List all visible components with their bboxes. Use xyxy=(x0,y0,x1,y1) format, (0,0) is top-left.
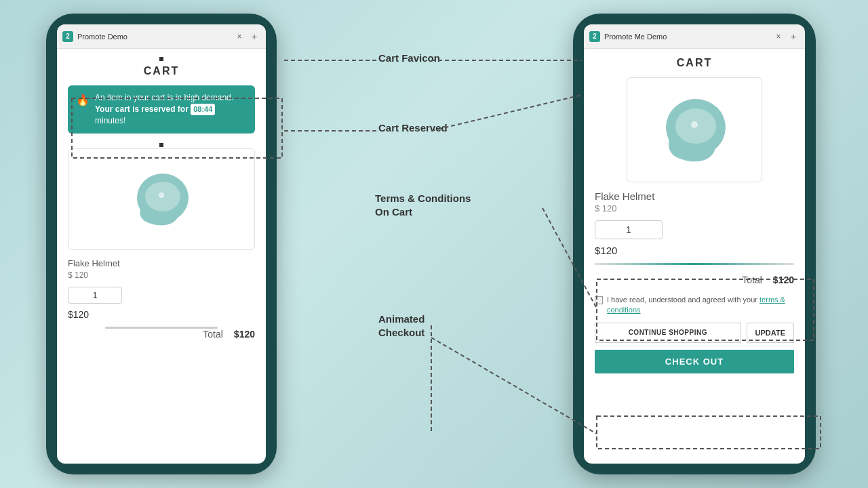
left-product-name: Flake Helmet xyxy=(68,258,255,268)
left-pin-top xyxy=(159,57,163,61)
left-pin-middle xyxy=(159,143,163,147)
cart-buttons-row: CONTINUE SHOPPING UPDATE xyxy=(595,323,794,343)
cart-favicon-label: Cart Favicon xyxy=(378,52,440,65)
left-cart-content: CART 🔥 An item in your cart is in high d… xyxy=(57,49,266,350)
cart-reserved-label: Cart Reserved xyxy=(378,121,448,135)
left-total-amount: $120 xyxy=(234,329,255,340)
right-quantity-input[interactable] xyxy=(595,220,663,239)
terms-row: I have read, understood and agreed with … xyxy=(595,295,794,316)
left-phone-screen: 2 Promote Demo × + CART 🔥 An item in you… xyxy=(57,24,266,464)
right-product-image xyxy=(627,77,762,182)
cart-notification-banner: 🔥 An item in your cart is in high demand… xyxy=(68,85,255,134)
svg-line-10 xyxy=(431,95,582,131)
checkout-button[interactable]: CHECK OUT xyxy=(595,350,794,373)
left-product-subtotal: $120 xyxy=(68,309,255,320)
left-tab-title: Promote Demo xyxy=(77,33,127,41)
left-helmet-svg xyxy=(121,165,202,233)
left-close-button[interactable]: × xyxy=(235,32,244,41)
right-phone-frame: 2 Promote Me Demo × + CART xyxy=(573,14,816,474)
right-total-row: Total $120 xyxy=(595,270,794,289)
notification-bold-text: Your cart is reserved for xyxy=(95,104,189,114)
fire-icon: 🔥 xyxy=(76,93,90,108)
terms-text: I have read, understood and agreed with … xyxy=(607,295,794,316)
left-favicon: 2 xyxy=(62,31,73,42)
right-product-subtotal: $120 xyxy=(595,245,794,256)
right-product-name: Flake Helmet xyxy=(595,190,794,202)
terms-conditions-label: Terms & Conditions On Cart xyxy=(375,192,471,218)
right-helmet-svg xyxy=(647,91,742,169)
notification-text: An item in your cart is in high demand. … xyxy=(95,92,247,127)
left-quantity-input[interactable] xyxy=(68,287,122,304)
svg-point-2 xyxy=(159,192,164,198)
timer-badge: 08:44 xyxy=(191,104,215,115)
right-new-tab-button[interactable]: + xyxy=(787,30,800,43)
svg-point-5 xyxy=(691,121,698,128)
right-cart-title: CART xyxy=(595,54,794,69)
right-browser-tab: Promote Me Demo xyxy=(604,33,770,41)
svg-line-14 xyxy=(431,338,597,434)
left-cart-title: CART xyxy=(68,62,255,77)
left-total-label: Total xyxy=(203,329,223,340)
right-close-button[interactable]: × xyxy=(774,32,783,41)
continue-shopping-button[interactable]: CONTINUE SHOPPING xyxy=(595,323,741,343)
left-browser-tab: Promote Demo xyxy=(77,33,231,41)
right-phone-screen: 2 Promote Me Demo × + CART xyxy=(584,24,805,464)
right-cart-content: CART Flake Helmet $ 120 $120 xyxy=(584,49,805,379)
left-product-image xyxy=(68,148,255,250)
right-total-amount: $120 xyxy=(773,274,794,285)
right-tab-title: Promote Me Demo xyxy=(604,33,667,41)
notification-suffix: minutes! xyxy=(95,116,125,125)
update-button[interactable]: UPDATE xyxy=(747,323,794,343)
notification-main-text: An item in your cart is in high demand. xyxy=(95,93,233,102)
right-total-label: Total xyxy=(742,274,762,285)
right-favicon: 2 xyxy=(589,31,600,42)
left-product-price: $ 120 xyxy=(68,270,255,280)
right-browser-bar: 2 Promote Me Demo × + xyxy=(584,24,805,49)
right-divider xyxy=(595,263,794,265)
left-browser-bar: 2 Promote Demo × + xyxy=(57,24,266,49)
terms-checkbox[interactable] xyxy=(595,296,603,304)
left-phone-frame: 2 Promote Demo × + CART 🔥 An item in you… xyxy=(46,14,277,474)
left-new-tab-button[interactable]: + xyxy=(248,30,260,43)
right-product-price: $ 120 xyxy=(595,203,794,214)
left-cart-total-row: Total $120 xyxy=(68,329,255,340)
animated-checkout-label: Animated Checkout xyxy=(378,312,425,339)
terms-main-text: I have read, understood and agreed with … xyxy=(607,296,757,304)
